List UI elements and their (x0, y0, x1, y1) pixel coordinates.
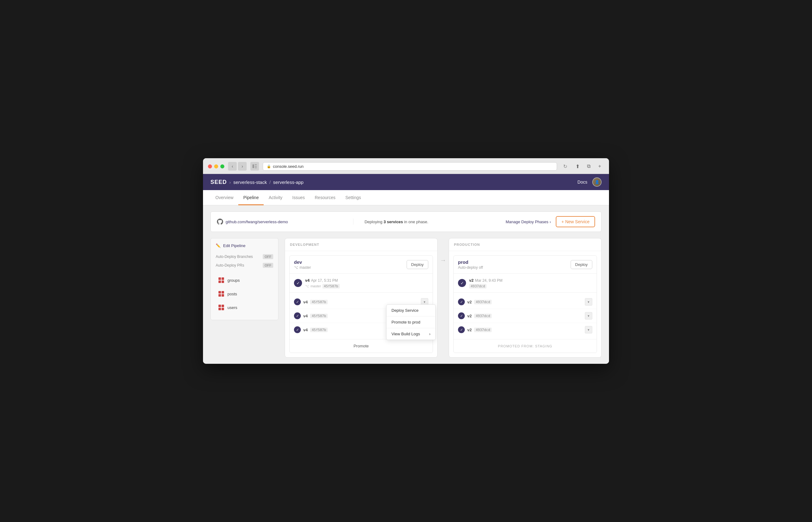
svg-rect-6 (218, 281, 221, 283)
tab-activity[interactable]: Activity (264, 190, 287, 205)
prod-deploy-button[interactable]: Deploy (570, 260, 592, 269)
prod-service-version-2: v2 (467, 314, 472, 318)
svg-rect-13 (222, 305, 224, 307)
svg-rect-4 (218, 277, 221, 280)
add-button[interactable]: + (596, 162, 604, 170)
dev-env-card: dev ⌥ master Deploy ✓ (289, 256, 433, 353)
prod-env-card: prod Auto-deploy off Deploy ✓ (453, 256, 597, 353)
svg-rect-8 (218, 291, 221, 294)
github-url[interactable]: github.com/fwang/serverless-demo (226, 220, 288, 224)
chevron-right-icon: › (549, 220, 551, 224)
auto-deploy-branches-label: Auto-Deploy Branches (216, 255, 253, 259)
prod-service-version-3: v2 (467, 327, 472, 332)
prod-service-chevron-1[interactable]: ▾ (585, 298, 592, 306)
breadcrumb: › serverless-stack / serverless-app (229, 180, 304, 185)
sidebar-item-posts[interactable]: posts (216, 288, 273, 300)
docs-link[interactable]: Docs (578, 180, 587, 184)
dev-build-summary: ✓ v4 Apr 17, 5:31 PM ⌥ master 45f507b (290, 274, 433, 293)
app-header: SEED › serverless-stack / serverless-app… (203, 174, 609, 190)
dev-build-meta: v4 Apr 17, 5:31 PM ⌥ master 45f507b (305, 277, 428, 288)
svg-rect-12 (218, 305, 221, 307)
prod-service-row-3: ✓ v2 4937dcd ▾ (454, 323, 597, 337)
prod-build-time: Mar 24, 9:43 PM (475, 278, 503, 283)
prod-service-chevron-3[interactable]: ▾ (585, 326, 592, 334)
tab-pipeline[interactable]: Pipeline (238, 190, 264, 205)
breadcrumb-app[interactable]: serverless-app (273, 180, 304, 185)
sidebar-item-users[interactable]: users (216, 301, 273, 314)
lock-icon: 🔒 (267, 164, 271, 168)
manage-phases-label: Manage Deploy Phases (506, 220, 548, 224)
tab-issues[interactable]: Issues (288, 190, 310, 205)
deploy-service-item[interactable]: Deploy Service (387, 305, 435, 316)
pencil-icon: ✏️ (216, 243, 221, 248)
svg-rect-9 (222, 291, 224, 294)
production-header: PRODUCTION (449, 238, 601, 251)
github-icon (217, 219, 223, 225)
sidebar-item-groups[interactable]: groups (216, 274, 273, 286)
svg-rect-14 (218, 308, 221, 310)
prod-auto-deploy-text: Auto-deploy off (458, 265, 483, 270)
edit-pipeline-label: Edit Pipeline (223, 243, 245, 248)
auto-deploy-prs-label: Auto-Deploy PRs (216, 263, 244, 267)
pipeline-arrow: → (440, 238, 446, 264)
svg-rect-0 (252, 164, 254, 168)
posts-service-icon (218, 291, 224, 297)
tab-overview[interactable]: Overview (210, 190, 238, 205)
users-service-icon (218, 304, 224, 310)
avatar-image: 👤 (593, 178, 601, 186)
new-tab-button[interactable]: ⧉ (584, 162, 593, 170)
dev-env-branch: ⌥ master (294, 265, 311, 270)
refresh-button[interactable]: ↻ (561, 162, 569, 170)
dev-service-check-3: ✓ (294, 326, 301, 333)
groups-label: groups (227, 278, 240, 283)
breadcrumb-org[interactable]: serverless-stack (233, 180, 267, 185)
app-logo: SEED (210, 179, 227, 185)
new-service-button[interactable]: + New Service (556, 216, 595, 227)
github-info: github.com/fwang/serverless-demo (217, 219, 353, 225)
auto-deploy-prs-value: OFF (263, 263, 273, 268)
development-column: DEVELOPMENT dev ⌥ master Deploy (285, 238, 438, 358)
share-button[interactable]: ⬆ (573, 162, 582, 170)
manage-deploy-phases-button[interactable]: Manage Deploy Phases › (506, 220, 551, 224)
address-bar[interactable]: 🔒 console.seed.run (263, 162, 557, 170)
view-build-logs-item[interactable]: View Build Logs › (387, 328, 435, 340)
prod-service-sha-1: 4937dcd (474, 300, 492, 304)
prod-service-check-1: ✓ (458, 299, 465, 305)
sidebar-toggle-button[interactable] (250, 162, 259, 170)
svg-rect-5 (222, 277, 224, 280)
prod-service-rows: ✓ v2 4937dcd ▾ ✓ v2 4937dcd ▾ (454, 293, 597, 339)
dev-env-name: dev (294, 259, 311, 265)
edit-pipeline-button[interactable]: ✏️ Edit Pipeline (216, 243, 245, 248)
dev-service-row-1: ✓ v4 45f507b ▾ Deploy Service Promote to… (290, 295, 433, 309)
prod-check-icon: ✓ (458, 279, 466, 287)
pipeline-layout: ✏️ Edit Pipeline Auto-Deploy Branches OF… (210, 238, 602, 358)
prod-build-version: v2 (469, 278, 474, 283)
left-sidebar: ✏️ Edit Pipeline Auto-Deploy Branches OF… (210, 238, 278, 320)
breadcrumb-sep2: / (269, 180, 270, 185)
promote-label[interactable]: Promote (353, 344, 369, 348)
browser-chrome: ‹ › 🔒 console.seed.run ↻ ⬆ ⧉ + (203, 158, 609, 174)
nav-tabs: Overview Pipeline Activity Issues Resour… (203, 190, 609, 205)
dev-service-sha-2: 45f507b (310, 314, 327, 318)
avatar[interactable]: 👤 (592, 177, 602, 187)
maximize-dot[interactable] (220, 164, 224, 168)
prod-service-row-1: ✓ v2 4937dcd ▾ (454, 295, 597, 309)
back-button[interactable]: ‹ (228, 162, 237, 170)
dev-deploy-button[interactable]: Deploy (407, 260, 428, 269)
breadcrumb-sep: › (229, 180, 231, 185)
promote-to-prod-item[interactable]: Promote to prod (387, 316, 435, 328)
dev-service-version-2: v4 (303, 314, 308, 318)
close-dot[interactable] (208, 164, 212, 168)
minimize-dot[interactable] (214, 164, 218, 168)
prod-service-chevron-2[interactable]: ▾ (585, 312, 592, 320)
tab-settings[interactable]: Settings (340, 190, 366, 205)
dev-branch-icon2: ⌥ (305, 284, 309, 288)
service-list: groups posts (216, 274, 273, 314)
tab-resources[interactable]: Resources (310, 190, 340, 205)
users-label: users (227, 305, 237, 310)
deploy-count: 3 services (383, 220, 403, 224)
main-content: github.com/fwang/serverless-demo Deployi… (203, 205, 609, 364)
deploy-phase: in one phase. (404, 220, 428, 224)
dev-service-sha-3: 45f507b (310, 327, 327, 332)
forward-button[interactable]: › (238, 162, 247, 170)
